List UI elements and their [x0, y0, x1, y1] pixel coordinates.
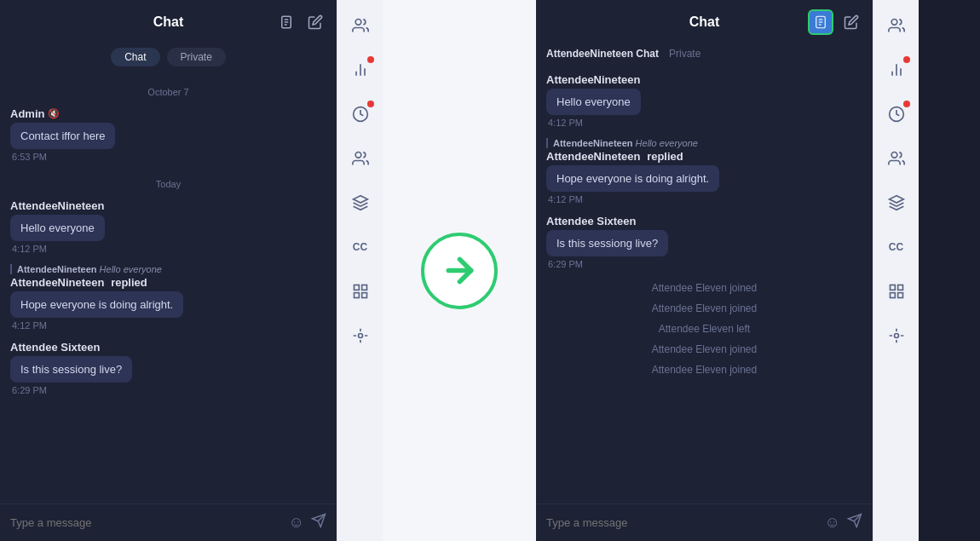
right-input-area: ☺ — [536, 504, 873, 541]
time-2: 4:12 PM — [10, 320, 326, 331]
right-msg-group-3: Attendee Sixteen Is this sessiong live? … — [546, 215, 862, 269]
right-chart-badge — [903, 56, 910, 63]
left-chat-panel: Chat Chat Private October 7 — [0, 0, 337, 541]
right-sidebar-group-icon[interactable] — [881, 143, 912, 174]
svg-point-11 — [355, 153, 361, 158]
svg-point-30 — [891, 153, 897, 158]
right-sender-1: AttendeeNineteen — [546, 73, 862, 86]
right-reply-context: AttendeeNineteen Hello everyone — [546, 138, 862, 148]
emoji-icon-right[interactable]: ☺ — [825, 514, 840, 532]
left-tab-private[interactable]: Private — [167, 48, 226, 66]
left-header-icons — [275, 11, 326, 33]
right-sidebar-layers-icon[interactable] — [881, 187, 912, 218]
msg-group-3: Attendee Sixteen Is this sessiong live? … — [10, 341, 326, 395]
right-sidebar: CC — [873, 0, 919, 541]
svg-point-6 — [355, 20, 361, 26]
msg-group-2: AttendeeNineteen Hello everyone Attendee… — [10, 264, 326, 331]
right-bold-sender: AttendeeNineteen — [546, 150, 641, 163]
svg-rect-16 — [354, 293, 359, 298]
left-edit-button[interactable] — [304, 11, 326, 33]
right-sidebar-chart-icon[interactable] — [881, 55, 912, 85]
right-chat-messages: AttendeeNineteen Hello everyone 4:12 PM … — [536, 66, 873, 504]
right-chat-header: Chat — [536, 0, 873, 44]
right-reply-quoted-sender: AttendeeNineteen — [553, 138, 633, 148]
msg-group-1: AttendeeNineteen Hello everyone 4:12 PM — [10, 199, 326, 254]
svg-rect-35 — [890, 293, 895, 298]
sys-msg-5: Attendee Eleven joined — [546, 361, 862, 378]
cc-label: CC — [353, 241, 367, 253]
left-chat-tabs: Chat Private — [0, 44, 337, 73]
left-doc-button[interactable] — [275, 11, 297, 33]
right-header-icons — [808, 9, 862, 35]
sidebar-shapes-icon[interactable] — [345, 320, 376, 351]
svg-point-36 — [894, 334, 898, 338]
sys-msg-3: Attendee Eleven left — [546, 320, 862, 337]
right-tab-label[interactable]: AttendeeNineteen Chat — [546, 48, 659, 60]
chart-badge — [367, 56, 374, 63]
right-chat-title: Chat — [689, 14, 720, 30]
svg-rect-13 — [354, 285, 359, 291]
left-chat-title: Chat — [153, 14, 184, 30]
svg-marker-12 — [353, 196, 367, 203]
svg-rect-34 — [897, 293, 902, 298]
right-sidebar-shapes-icon[interactable] — [881, 320, 912, 351]
right-bubble-hope: Hope everyone is doing alright. — [546, 165, 719, 192]
right-bubble-session: Is this sessiong live? — [546, 230, 668, 256]
muted-icon: 🔇 — [48, 108, 60, 119]
right-edit-button[interactable] — [840, 11, 862, 33]
left-sidebar: CC — [337, 0, 383, 541]
emoji-icon-left[interactable]: ☺ — [289, 514, 304, 532]
right-sender-2: AttendeeNineteen replied — [546, 150, 862, 163]
right-tab-private[interactable]: Private — [669, 48, 700, 60]
right-sidebar-people-icon[interactable] — [881, 10, 912, 41]
admin-time: 6:53 PM — [10, 152, 326, 162]
sidebar-clock-icon[interactable] — [345, 99, 376, 129]
right-bubble-hello: Hello everyone — [546, 89, 641, 115]
sidebar-grid-icon[interactable] — [345, 276, 376, 307]
sender-attendeenineteen-1: AttendeeNineteen — [10, 199, 326, 212]
sidebar-group-icon[interactable] — [345, 143, 376, 174]
sender-attendeenineteen-2: AttendeeNineteen replied — [10, 276, 326, 289]
sidebar-cc-icon[interactable]: CC — [345, 232, 376, 262]
reply-context: AttendeeNineteen Hello everyone — [10, 264, 326, 274]
right-clock-badge — [903, 101, 910, 107]
right-message-input[interactable] — [546, 516, 818, 529]
admin-sender: Admin 🔇 — [10, 107, 326, 120]
admin-bubble: Contact iffor here — [10, 123, 115, 149]
send-icon-left[interactable] — [311, 513, 326, 532]
right-time-1: 4:12 PM — [546, 118, 862, 128]
right-chat-tabs: AttendeeNineteen Chat Private — [536, 44, 873, 66]
admin-message-group: Admin 🔇 Contact iffor here 6:53 PM — [10, 107, 326, 162]
left-chat-header: Chat — [0, 0, 337, 44]
center-arrow-section — [383, 0, 536, 541]
svg-marker-31 — [889, 196, 903, 203]
sidebar-layers-icon[interactable] — [345, 187, 376, 218]
send-icon-right[interactable] — [847, 513, 862, 532]
sender-sixteen: Attendee Sixteen — [10, 341, 326, 354]
left-message-input[interactable] — [10, 516, 282, 529]
right-doc-button[interactable] — [808, 9, 833, 35]
right-sender-sixteen: Attendee Sixteen — [546, 215, 862, 227]
bold-sender: AttendeeNineteen — [10, 276, 105, 289]
old-date-divider: October 7 — [10, 80, 326, 104]
svg-rect-14 — [361, 285, 366, 291]
sys-msg-4: Attendee Eleven joined — [546, 341, 862, 358]
left-tab-chat[interactable]: Chat — [111, 48, 159, 66]
right-msg-group-2: AttendeeNineteen Hello everyone Attendee… — [546, 138, 862, 204]
time-3: 6:29 PM — [10, 385, 326, 395]
bubble-hello: Hello everyone — [10, 215, 105, 241]
bubble-session: Is this sessiong live? — [10, 356, 132, 383]
right-time-2: 4:12 PM — [546, 194, 862, 204]
svg-rect-32 — [890, 285, 895, 291]
clock-badge — [367, 101, 374, 107]
sys-msg-1: Attendee Eleven joined — [546, 279, 862, 296]
reply-quoted-sender: AttendeeNineteen — [17, 264, 97, 274]
right-sidebar-cc-icon[interactable]: CC — [881, 232, 912, 262]
sidebar-chart-icon[interactable] — [345, 55, 376, 85]
right-time-3: 6:29 PM — [546, 259, 862, 269]
svg-point-25 — [891, 20, 897, 26]
right-sidebar-grid-icon[interactable] — [881, 276, 912, 307]
bubble-hope: Hope everyone is doing alright. — [10, 291, 183, 318]
right-sidebar-clock-icon[interactable] — [881, 99, 912, 129]
sidebar-people-icon[interactable] — [345, 10, 376, 41]
